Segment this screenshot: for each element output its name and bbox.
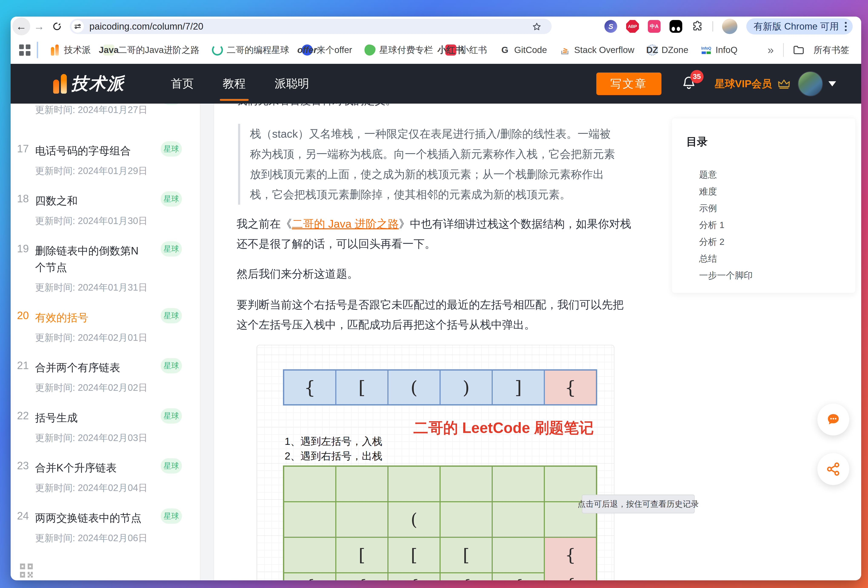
toc-item[interactable]: 分析 1 [699,217,753,233]
vip-member-link[interactable]: 星球VIP会员 [714,77,772,91]
planet-badge: 星球 [161,458,182,474]
stack-cell: [ [388,538,440,572]
nav-tutorials[interactable]: 教程 [221,76,247,92]
url-text[interactable]: paicoding.com/column/7/20 [89,21,204,32]
bookmark-items: 技术派 Java 二哥的Java进阶之路 二哥的编程星球 offer 来个off… [49,44,737,56]
bookmark-paid-column[interactable]: 星球付费专栏 [365,44,433,56]
reload-button[interactable] [48,18,66,35]
bookmark-gitcode[interactable]: G GitCode [499,44,547,56]
stack-cell [337,467,387,501]
java-road-link[interactable]: 二哥的 Java 进阶之路 [292,218,399,230]
lesson-item-18[interactable]: 18四数之和星球 更新时间: 2024年01月30日 [17,192,182,227]
apps-grid-icon[interactable] [19,44,30,56]
toc-item[interactable]: 总结 [699,250,753,267]
lesson-number: 18 [17,192,35,205]
site-settings-button[interactable] [71,20,84,33]
bookmark-offer[interactable]: offer 来个offer [302,44,352,56]
bookmark-dzone[interactable]: DZ DZone [647,44,688,56]
bookmark-star-button[interactable] [531,22,542,33]
lesson-item-23[interactable]: 23合并K个升序链表星球 更新时间: 2024年02月04日 [17,459,182,494]
bookmark-xiaohongshu[interactable]: 小红书 小红书 [445,44,487,56]
lesson-item-21[interactable]: 21合并两个有序链表星球 更新时间: 2024年02月02日 [17,359,182,394]
chrome-update-button[interactable]: 有新版 Chrome 可用 [746,18,853,34]
diagram-note-1: 1、遇到左括号，入栈 [285,434,382,448]
bookmark-stackoverflow[interactable]: Stack Overflow [559,44,634,56]
write-article-button[interactable]: 写文章 [596,72,661,95]
lesson-item-16-partial[interactable]: 星球 更新时间: 2024年01月27日 [17,103,182,116]
user-avatar[interactable] [798,71,823,96]
adblock-extension-icon[interactable]: ABP [626,20,639,33]
lesson-item-24[interactable]: 24两两交换链表中的节点星球 更新时间: 2024年02月06日 [17,510,182,544]
lesson-sidebar: 星球 更新时间: 2024年01月27日 17电话号码的字母组合星球 更新时间:… [10,103,200,580]
lesson-number: 20 [17,309,35,322]
stack-cell: { [284,573,335,580]
lesson-item-22[interactable]: 22括号生成星球 更新时间: 2024年02月03日 [17,409,182,444]
lesson-title: 有效的括号 [35,309,88,326]
notifications-button[interactable]: 35 [682,75,696,92]
lesson-number: 19 [17,242,35,255]
all-bookmarks-button[interactable]: 所有书签 [813,44,849,56]
comments-fab-button[interactable] [817,403,849,436]
stack-cell [284,538,335,572]
stack-cell-pink-bottom: { [545,572,596,580]
toc-item[interactable]: 题意 [699,166,753,183]
toc-item[interactable]: 分析 2 [699,233,753,250]
nav-paicongming[interactable]: 派聪明 [273,76,311,92]
toc-list: 题意 难度 示例 分析 1 分析 2 总结 一步一个脚印 [699,166,753,284]
stack-cell: { [337,573,387,580]
menu-kebab-icon[interactable] [843,21,848,33]
xiaohongshu-favicon: 小红书 [445,44,456,56]
planet-badge: 星球 [161,508,182,524]
stack-cell [493,502,544,537]
site-header: 技术派 首页 教程 派聪明 写文章 35 星球VIP会员 [10,64,861,103]
site-logo-icon [53,74,67,94]
forward-button[interactable]: → [30,18,48,35]
table-of-contents: 目录 题意 难度 示例 分析 1 分析 2 总结 一步一个脚印 [672,118,856,293]
bookmark-java-road[interactable]: Java 二哥的Java进阶之路 [103,44,199,56]
site-nav: 首页 教程 派聪明 [169,64,311,103]
lesson-title: 合并K个升序链表 [35,459,117,476]
lesson-number: 21 [17,359,35,372]
nav-home[interactable]: 首页 [169,76,195,92]
bookmark-coding-planet[interactable]: 二哥的编程星球 [212,44,289,56]
lesson-date: 更新时间: 2024年02月06日 [35,532,182,544]
lesson-item-17[interactable]: 17电话号码的字母组合星球 更新时间: 2024年01月29日 [17,143,182,177]
planet-badge: 星球 [161,308,182,324]
bookmark-paicoding[interactable]: 技术派 [49,44,91,56]
lesson-item-19[interactable]: 19删除链表中的倒数第N个节点星球 更新时间: 2024年01月31日 [17,242,182,294]
stack-cell-unmatched: { { [545,538,596,580]
darkreader-extension-icon[interactable] [670,20,682,33]
sidebar-scrollbar-track[interactable] [200,103,214,580]
share-fab-button[interactable] [817,453,849,485]
profile-avatar[interactable] [722,19,737,34]
stack-cell: { [493,573,544,580]
lesson-title: 四数之和 [35,192,78,209]
lesson-date: 更新时间: 2024年01月29日 [35,165,182,177]
p1-pre: 我之前在《 [236,218,292,230]
toc-item[interactable]: 难度 [699,183,753,200]
toc-item[interactable]: 一步一个脚印 [699,267,753,284]
bracket-cell: ) [441,371,492,404]
ring-favicon [212,44,223,56]
infoq-favicon: InfoQ [701,44,712,56]
back-button[interactable]: ← [12,18,30,35]
extensions-puzzle-icon[interactable] [691,20,704,33]
chevron-down-icon[interactable] [828,81,836,86]
bookmarks-overflow-button[interactable]: » [768,44,774,56]
planet-badge: 星球 [161,358,182,373]
lesson-item-20-active[interactable]: 20有效的括号星球 更新时间: 2024年02月01日 [17,309,182,344]
lesson-date: 更新时间: 2024年02月02日 [35,381,182,394]
toc-item[interactable]: 示例 [699,200,753,217]
translate-extension-icon[interactable]: 中A [648,20,661,33]
bookmark-label: 二哥的Java进阶之路 [118,44,199,56]
site-logo[interactable]: 技术派 [53,64,125,103]
chrome-update-label: 有新版 Chrome 可用 [754,20,839,33]
bracket-cell: [ [337,371,387,404]
lesson-date: 更新时间: 2024年01月27日 [35,103,182,116]
extension-s-icon[interactable]: S [604,20,617,33]
address-bar[interactable]: paicoding.com/column/7/20 [70,19,552,34]
bookmark-infoq[interactable]: InfoQ InfoQ [701,44,738,56]
bookmarks-right: » 所有书签 [768,43,849,57]
bookmark-label: DZone [661,45,688,55]
qr-code-icon[interactable] [19,563,33,578]
